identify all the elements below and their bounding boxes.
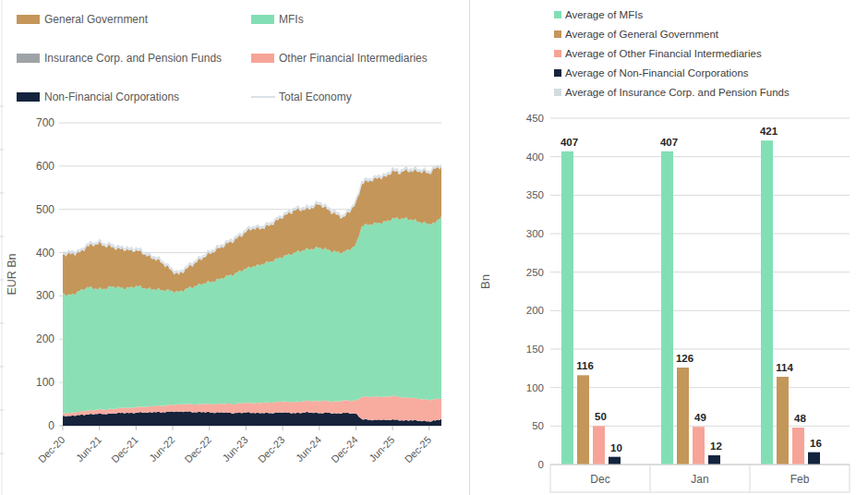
legend-item: Non-Financial Corporations [17, 91, 179, 103]
bar-feb-average-of-mfis [761, 140, 773, 465]
y-tick-label: 600 [36, 160, 54, 173]
legend-label: MFIs [279, 13, 304, 26]
x-tick-label: Dec-22 [183, 434, 214, 465]
x-tick-label: Dec-21 [109, 434, 140, 465]
y-tick-label: 0 [538, 459, 544, 470]
x-tick-label: Jun-24 [294, 434, 323, 464]
y-tick-label: 400 [36, 247, 54, 260]
legend-item: Insurance Corp. and Pension Funds [17, 52, 222, 65]
legend-label: Non-Financial Corporations [44, 91, 179, 103]
x-tick-label: Dec-20 [36, 434, 67, 465]
stacked-area-chart-panel: EUR Bn 0100200300400500600700Dec-20Jun-2… [0, 0, 469, 495]
legend-item: MFIs [251, 13, 304, 26]
bar-feb-average-of-other-financial-intermediaries [792, 428, 804, 465]
legend-swatch [554, 30, 561, 38]
legend-label: Average of MFIs [565, 9, 643, 20]
bar-jan-average-of-other-financial-intermediaries [693, 427, 705, 465]
legend-swatch [251, 54, 274, 63]
y-tick-label: 100 [526, 382, 544, 393]
x-tick-label: Jun-22 [147, 434, 176, 464]
bar-jan-average-of-non-financial-corporations [708, 455, 720, 465]
grouped-bar-chart-panel: Bn 0501001502002503003504004504071165010… [469, 0, 868, 495]
legend-swatch [17, 15, 40, 24]
bar-value-label: 421 [760, 126, 778, 137]
legend-item: Average of Non-Financial Corporations [554, 67, 749, 78]
legend-item: Average of Other Financial Intermediarie… [554, 48, 762, 59]
x-tick-label: Jun-23 [221, 434, 250, 464]
legend-swatch [554, 50, 561, 57]
bar-jan-average-of-mfis [661, 151, 673, 465]
y-tick-label: 150 [526, 344, 544, 355]
bar-value-label: 114 [776, 362, 793, 373]
bar-value-label: 12 [710, 441, 722, 452]
right-y-axis-title: Bn [478, 274, 492, 289]
legend-swatch [554, 11, 561, 18]
category-label: Jan [691, 473, 708, 486]
legend-swatch [554, 89, 561, 96]
bar-feb-average-of-general-government [777, 377, 789, 465]
y-tick-label: 350 [526, 189, 544, 200]
legend-item: Average of Insurance Corp. and Pension F… [554, 87, 790, 98]
legend-item: Average of General Government [554, 29, 719, 40]
bar-value-label: 50 [595, 411, 607, 422]
legend-label: Insurance Corp. and Pension Funds [44, 52, 222, 65]
bar-dec-average-of-general-government [577, 375, 589, 465]
legend-label: Average of Other Financial Intermediarie… [565, 48, 762, 59]
x-tick-label: Jun-21 [74, 434, 103, 464]
y-tick-label: 0 [48, 419, 54, 432]
legend-item: Total Economy [251, 91, 352, 103]
x-tick-label: Dec-23 [256, 434, 287, 465]
legend-swatch [17, 92, 40, 102]
x-tick-label: Dec-25 [403, 434, 434, 465]
bar-value-label: 407 [660, 137, 678, 148]
legend-label: Average of Non-Financial Corporations [565, 67, 749, 78]
bar-value-label: 126 [676, 353, 693, 364]
legend-swatch [554, 69, 561, 77]
y-tick-label: 300 [526, 228, 544, 239]
bar-dec-average-of-other-financial-intermediaries [593, 426, 605, 465]
legend-label: Average of General Government [565, 29, 719, 40]
y-tick-label: 450 [526, 113, 544, 124]
legend-label: Average of Insurance Corp. and Pension F… [565, 87, 790, 98]
x-tick-label: Jun-25 [367, 434, 396, 464]
y-tick-label: 200 [526, 305, 544, 316]
legend-item: Other Financial Intermediaries [251, 52, 428, 65]
legend-label: Other Financial Intermediaries [279, 52, 428, 65]
y-tick-label: 500 [36, 203, 54, 216]
y-tick-label: 250 [526, 267, 544, 278]
chart-screenshot-root: EUR Bn 0100200300400500600700Dec-20Jun-2… [0, 0, 868, 495]
legend-label: Total Economy [279, 91, 352, 103]
y-tick-label: 100 [36, 376, 54, 389]
bar-dec-average-of-non-financial-corporations [609, 457, 621, 465]
legend-item: Average of MFIs [554, 9, 643, 20]
bar-value-label: 10 [610, 442, 622, 453]
category-label: Dec [590, 473, 609, 486]
y-tick-label: 700 [36, 116, 54, 129]
bar-value-label: 116 [576, 360, 594, 371]
bar-value-label: 48 [794, 413, 806, 424]
x-tick-label: Dec-24 [329, 434, 360, 465]
bar-feb-average-of-non-financial-corporations [808, 453, 820, 465]
y-tick-label: 300 [36, 289, 54, 302]
bar-value-label: 49 [694, 412, 706, 423]
y-tick-label: 50 [532, 420, 544, 431]
legend-swatch [17, 54, 40, 63]
legend-item: General Government [17, 13, 149, 26]
bar-value-label: 407 [561, 137, 578, 148]
legend-swatch [251, 15, 274, 24]
y-tick-label: 200 [36, 332, 54, 345]
bar-jan-average-of-general-government [677, 368, 689, 465]
bar-value-label: 16 [810, 438, 822, 449]
legend-label: General Government [44, 13, 149, 26]
grouped-bar-chart: Bn 0501001502002503003504004504071165010… [470, 0, 868, 495]
stacked-area-chart: EUR Bn 0100200300400500600700Dec-20Jun-2… [0, 0, 469, 495]
y-tick-label: 400 [526, 151, 544, 163]
category-label: Feb [790, 473, 810, 486]
left-y-axis-title: EUR Bn [6, 253, 18, 295]
bar-dec-average-of-mfis [561, 151, 573, 465]
